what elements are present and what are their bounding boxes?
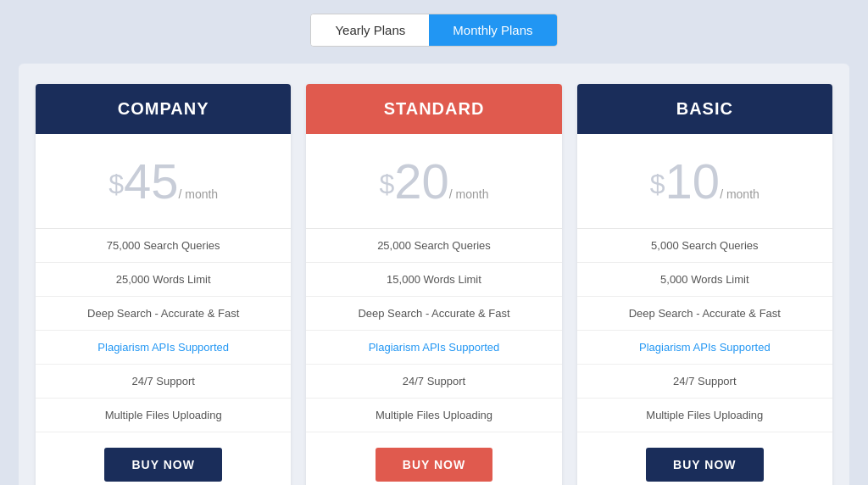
plan-feature-row: 5,000 Words Limit — [577, 263, 832, 297]
plan-features-basic: 5,000 Search Queries5,000 Words LimitDee… — [577, 229, 832, 432]
plan-feature-row: 24/7 Support — [36, 365, 291, 399]
plan-feature-row: 25,000 Search Queries — [306, 229, 561, 263]
plan-features-standard: 25,000 Search Queries15,000 Words LimitD… — [306, 229, 561, 432]
buy-now-button-company[interactable]: BUY NOW — [104, 448, 221, 482]
plan-feature-row[interactable]: Plagiarism APIs Supported — [306, 331, 561, 365]
plan-price-standard: $20/ month — [306, 134, 561, 229]
tab-yearly[interactable]: Yearly Plans — [311, 14, 429, 46]
dollar-sign: $ — [108, 169, 124, 199]
plan-header-company: COMPANY — [36, 84, 291, 134]
plan-feature-row: Deep Search - Accurate & Fast — [36, 297, 291, 331]
plan-header-basic: BASIC — [577, 84, 832, 134]
tab-bar: Yearly Plans Monthly Plans — [310, 14, 557, 47]
price-unit: / month — [178, 187, 218, 201]
plan-header-standard: STANDARD — [306, 84, 561, 134]
price-amount: 20 — [394, 153, 449, 209]
dollar-sign: $ — [379, 169, 394, 199]
plan-price-company: $45/ month — [36, 134, 291, 229]
plan-feature-row[interactable]: Plagiarism APIs Supported — [577, 331, 832, 365]
plan-footer-basic: BUY NOW — [577, 432, 832, 485]
plan-card-basic: BASIC$10/ month5,000 Search Queries5,000… — [577, 84, 832, 485]
plan-feature-row: 75,000 Search Queries — [36, 229, 291, 263]
price-unit: / month — [449, 187, 489, 201]
buy-now-button-standard[interactable]: BUY NOW — [376, 448, 492, 482]
plan-features-company: 75,000 Search Queries25,000 Words LimitD… — [36, 229, 291, 432]
plan-feature-row: 5,000 Search Queries — [577, 229, 832, 263]
plan-feature-row: Multiple Files Uploading — [577, 399, 832, 432]
plan-feature-row: Multiple Files Uploading — [36, 399, 291, 432]
buy-now-button-basic[interactable]: BUY NOW — [646, 448, 763, 482]
price-amount: 10 — [665, 153, 721, 209]
plan-feature-row[interactable]: Plagiarism APIs Supported — [36, 331, 291, 365]
plan-feature-row: 24/7 Support — [577, 365, 832, 399]
plan-feature-row: 25,000 Words Limit — [36, 263, 291, 297]
plan-card-company: COMPANY$45/ month75,000 Search Queries25… — [36, 84, 291, 485]
price-amount: 45 — [124, 153, 179, 209]
plan-feature-row: 24/7 Support — [306, 365, 561, 399]
plan-footer-standard: BUY NOW — [306, 432, 561, 485]
plan-feature-row: 15,000 Words Limit — [306, 263, 561, 297]
plan-footer-company: BUY NOW — [36, 432, 291, 485]
plan-price-basic: $10/ month — [577, 134, 832, 229]
tab-monthly[interactable]: Monthly Plans — [429, 14, 556, 46]
dollar-sign: $ — [650, 169, 665, 199]
plan-feature-row: Multiple Files Uploading — [306, 399, 561, 432]
plan-card-standard: STANDARD$20/ month25,000 Search Queries1… — [306, 84, 561, 485]
price-unit: / month — [720, 187, 760, 201]
plans-container: COMPANY$45/ month75,000 Search Queries25… — [19, 64, 849, 485]
plan-feature-row: Deep Search - Accurate & Fast — [577, 297, 832, 331]
plan-feature-row: Deep Search - Accurate & Fast — [306, 297, 561, 331]
